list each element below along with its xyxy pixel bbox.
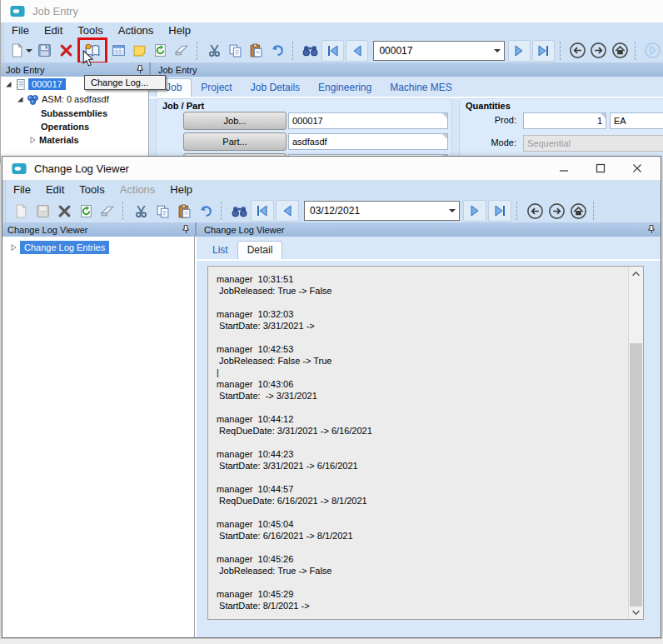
back-button[interactable] [525,201,545,221]
menu-actions[interactable]: Actions [112,183,163,196]
nav-first-button[interactable] [251,200,274,222]
menu-file[interactable]: File [4,24,37,37]
menu-help[interactable]: Help [162,183,200,196]
chevron-down-icon[interactable] [491,42,504,60]
copy-button[interactable] [152,201,172,221]
search-button[interactable] [301,41,320,61]
nav-last-button[interactable] [532,40,555,62]
menu-file[interactable]: File [6,183,38,196]
clear-button[interactable] [97,201,117,221]
tab-project[interactable]: Project [192,79,241,97]
tree-row-operations[interactable]: Operations [41,120,89,133]
tree-row-subassemblies[interactable]: Subassemblies [41,107,107,120]
pin-icon[interactable] [182,224,190,235]
date-combo[interactable]: 03/12/2021 [304,201,460,221]
pin-icon[interactable] [648,224,656,235]
new-button[interactable] [9,41,33,61]
delete-button-disabled[interactable] [54,201,74,221]
menu-edit[interactable]: Edit [38,183,72,196]
tab-engineering[interactable]: Engineering [309,79,381,97]
tree-label-job[interactable]: 000017 [28,78,66,90]
nav-next-button[interactable] [463,200,486,222]
save-button[interactable] [35,41,54,61]
record-combo-value[interactable]: 000017 [374,45,490,57]
nav-last-button[interactable] [488,200,511,222]
grid-view-button[interactable] [109,41,128,61]
undo-button[interactable] [268,41,287,61]
job-entry-toolbar: 000017 [1,38,663,62]
forward-button[interactable] [589,41,608,61]
tree-row-materials[interactable]: Materials [28,133,79,147]
back-button[interactable] [568,41,587,61]
tab-list[interactable]: List [203,242,237,259]
search-button[interactable] [229,201,249,221]
content-panel-header: Job Entry [149,62,663,77]
paste-button[interactable] [174,201,194,221]
home-button[interactable] [611,41,630,61]
refresh-button[interactable] [76,201,96,221]
nav-first-button[interactable] [322,40,344,62]
scrollbar-thumb[interactable] [630,343,642,607]
scroll-up-icon[interactable] [629,267,643,280]
app-icon [11,162,27,175]
toolbar-separator [221,202,226,220]
nav-previous-button[interactable] [276,200,299,222]
tree-row-change-log-entries[interactable]: Change Log Entries [9,241,109,254]
tree-collapsed-icon[interactable] [9,243,17,252]
record-combo[interactable]: 000017 [373,41,504,61]
tree-label-asm[interactable]: ASM: 0 asdfasdf [42,94,109,104]
save-button-disabled[interactable] [32,201,52,221]
tree-label-materials[interactable]: Materials [39,135,79,145]
tab-machine-mes[interactable]: Machine MES [381,79,461,97]
part-lookup-button[interactable]: Part... [183,132,287,151]
scroll-down-icon[interactable] [629,606,643,619]
refresh-button[interactable] [151,41,170,61]
uom-field[interactable]: EA [610,112,663,129]
maximize-button[interactable] [582,157,619,179]
delete-button[interactable] [56,41,75,61]
tree-label-subassemblies[interactable]: Subassemblies [41,108,107,118]
job-field[interactable]: 000017 [288,112,448,129]
tree-collapsed-icon[interactable] [28,136,37,144]
clear-button[interactable] [172,41,192,61]
tree-label-operations[interactable]: Operations [41,122,89,132]
nav-next-button[interactable] [508,40,531,62]
date-combo-value[interactable]: 03/12/2021 [305,205,446,217]
tab-detail[interactable]: Detail [237,241,283,259]
tree-row-asm[interactable]: ASM: 0 asdfasdf [16,92,109,106]
chevron-down-icon[interactable] [446,202,459,220]
home-button[interactable] [568,201,588,221]
tree-expanded-icon[interactable] [16,95,24,103]
cut-button[interactable] [131,201,151,221]
job-entry-titlebar[interactable]: Job Entry [1,0,663,22]
memo-button[interactable] [130,41,149,61]
process-button-disabled[interactable] [643,41,662,61]
nav-previous-button[interactable] [346,40,368,62]
menu-help[interactable]: Help [161,24,198,37]
prod-qty-field[interactable]: 1 [523,112,606,129]
chevron-down-icon[interactable] [26,49,32,52]
clv-titlebar[interactable]: Change Log Viewer [2,157,661,180]
menu-tools[interactable]: Tools [72,183,112,196]
forward-button[interactable] [546,201,566,221]
quantities-group: Quantities Prod: 1 EA Mode: Sequential [459,98,663,163]
tab-job-details[interactable]: Job Details [242,79,309,97]
new-button-disabled[interactable] [11,201,31,221]
menu-edit[interactable]: Edit [37,24,70,37]
menu-actions[interactable]: Actions [111,24,162,37]
part-field[interactable]: asdfasdf [288,133,448,150]
vertical-scrollbar[interactable] [628,267,643,619]
pin-icon[interactable] [137,64,144,75]
tree-label-change-log-entries[interactable]: Change Log Entries [20,241,109,254]
tree-row-job[interactable]: 000017 [4,77,66,91]
cut-button[interactable] [205,41,224,61]
copy-button[interactable] [226,41,245,61]
minimize-button[interactable] [546,157,582,179]
undo-button[interactable] [196,201,216,221]
change-log-textarea[interactable]: manager 10:31:51 JobReleased: True -> Fa… [207,266,644,620]
menu-tools[interactable]: Tools [70,24,110,37]
tree-expanded-icon[interactable] [4,80,12,88]
job-lookup-button[interactable]: Job... [183,112,287,130]
close-button[interactable] [619,157,656,179]
paste-button[interactable] [247,41,266,61]
